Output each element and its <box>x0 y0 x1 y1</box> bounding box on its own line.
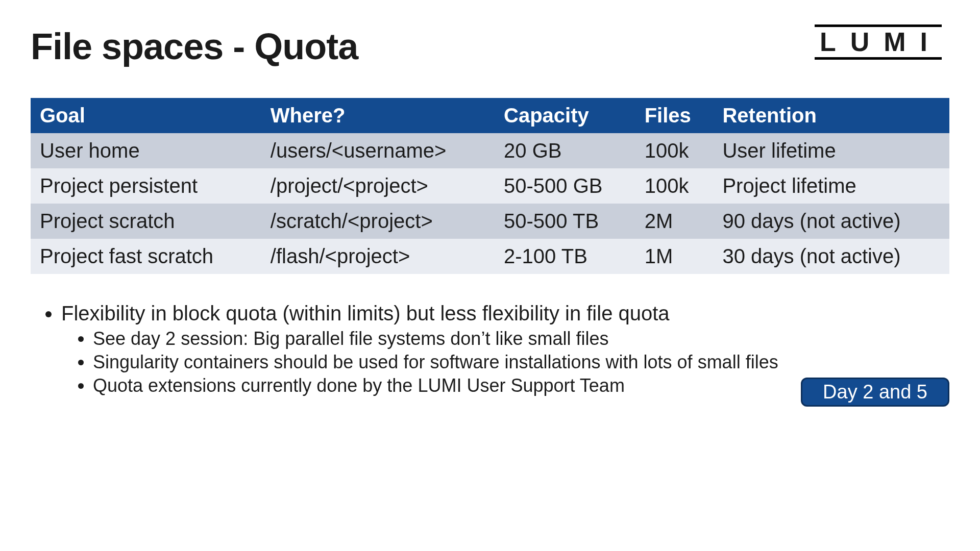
sub-bullet-item: See day 2 session: Big parallel file sys… <box>93 328 949 349</box>
cell: /users/<username> <box>261 133 495 168</box>
col-capacity: Capacity <box>495 98 635 133</box>
table-row: Project fast scratch /flash/<project> 2-… <box>31 239 949 274</box>
cell: 50-500 TB <box>495 204 635 239</box>
slide-title: File spaces - Quota <box>31 26 949 67</box>
bullet-text: Flexibility in block quota (within limit… <box>61 302 670 324</box>
cell: /project/<project> <box>261 168 495 204</box>
table-header-row: Goal Where? Capacity Files Retention <box>31 98 949 133</box>
cell: 90 days (not active) <box>713 204 949 239</box>
col-goal: Goal <box>31 98 261 133</box>
cell: 20 GB <box>495 133 635 168</box>
day-badge: Day 2 and 5 <box>801 378 949 407</box>
col-retention: Retention <box>713 98 949 133</box>
cell: 50-500 GB <box>495 168 635 204</box>
table-row: User home /users/<username> 20 GB 100k U… <box>31 133 949 168</box>
cell: User home <box>31 133 261 168</box>
slide: File spaces - Quota LUMI Goal Where? Cap… <box>0 0 980 551</box>
cell: 2M <box>635 204 714 239</box>
cell: /scratch/<project> <box>261 204 495 239</box>
lumi-logo: LUMI <box>815 24 942 60</box>
cell: 2-100 TB <box>495 239 635 274</box>
cell: Project lifetime <box>713 168 949 204</box>
cell: Project scratch <box>31 204 261 239</box>
cell: /flash/<project> <box>261 239 495 274</box>
cell: 30 days (not active) <box>713 239 949 274</box>
cell: 100k <box>635 168 714 204</box>
cell: Project fast scratch <box>31 239 261 274</box>
quota-table: Goal Where? Capacity Files Retention Use… <box>31 98 949 274</box>
cell: 100k <box>635 133 714 168</box>
col-where: Where? <box>261 98 495 133</box>
cell: User lifetime <box>713 133 949 168</box>
cell: 1M <box>635 239 714 274</box>
table-row: Project persistent /project/<project> 50… <box>31 168 949 204</box>
table-row: Project scratch /scratch/<project> 50-50… <box>31 204 949 239</box>
sub-bullet-item: Singularity containers should be used fo… <box>93 352 949 373</box>
cell: Project persistent <box>31 168 261 204</box>
col-files: Files <box>635 98 714 133</box>
